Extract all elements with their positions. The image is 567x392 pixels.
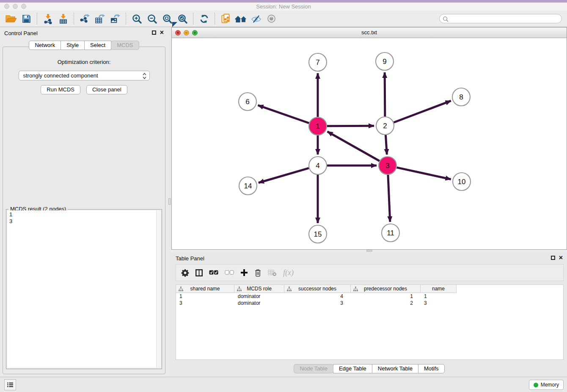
hierarchy-icon <box>353 287 358 291</box>
export-network-button[interactable] <box>77 11 92 26</box>
frame-minimize-button[interactable]: − <box>184 30 189 36</box>
cell-predecessor-nodes[interactable]: 2 <box>351 300 421 306</box>
export-table-button[interactable] <box>92 11 107 26</box>
home-icon <box>235 14 247 23</box>
zoom-out-button[interactable] <box>144 11 160 26</box>
mcds-result-list: 13 <box>7 210 161 225</box>
column-header-shared-name[interactable]: shared name <box>176 285 234 293</box>
zoom-window-button[interactable] <box>21 4 26 9</box>
zoom-in-button[interactable] <box>129 11 144 26</box>
cell-mcds-role[interactable]: dominator <box>234 293 284 300</box>
import-network-button[interactable] <box>40 11 55 26</box>
cell-shared-name[interactable]: 3 <box>176 300 234 306</box>
tab-edge-table[interactable]: Edge Table <box>333 364 372 373</box>
edge-3-10[interactable] <box>396 168 451 179</box>
task-history-button[interactable] <box>4 379 16 390</box>
toolbar-separator <box>37 13 37 25</box>
table-header-row: shared nameMCDS rolesuccessor nodesprede… <box>176 285 563 293</box>
vertical-splitter-grip[interactable] <box>168 198 171 205</box>
cell-successor-nodes[interactable]: 3 <box>284 300 351 306</box>
toolbar-separator <box>193 13 193 25</box>
tab-mcds[interactable]: MCDS <box>111 41 139 50</box>
column-header-successor-nodes[interactable]: successor nodes <box>284 285 351 293</box>
control-panel-title: Control Panel <box>0 27 168 36</box>
column-header-predecessor-nodes[interactable]: predecessor nodes <box>351 285 421 293</box>
import-table-button[interactable] <box>55 11 71 26</box>
tab-network[interactable]: Network <box>29 41 61 50</box>
cell-predecessor-nodes[interactable]: 1 <box>351 293 421 300</box>
cell-shared-name[interactable]: 1 <box>176 293 234 300</box>
run-mcds-button[interactable]: Run MCDS <box>41 85 80 94</box>
edge-3-11[interactable] <box>388 175 390 222</box>
select-all-button[interactable] <box>209 270 218 275</box>
save-button[interactable] <box>19 11 34 26</box>
application-window: Session: New Session <box>0 0 567 392</box>
status-bar: Memory <box>0 377 567 392</box>
clone-network-icon <box>221 14 230 24</box>
edge-2-3[interactable] <box>385 135 387 155</box>
edge-1-2[interactable] <box>327 126 374 126</box>
column-header-mcds-role[interactable]: MCDS role <box>234 285 284 293</box>
frame-maximize-button[interactable]: + <box>192 30 198 36</box>
table-panel-title: Table Panel <box>171 252 567 262</box>
search-field <box>439 14 562 23</box>
table-settings-button[interactable] <box>181 269 189 277</box>
apply-function-button[interactable]: f(x) <box>283 268 294 277</box>
cell-mcds-role[interactable]: dominator <box>234 300 284 306</box>
unselect-all-button[interactable] <box>225 270 234 275</box>
frame-close-button[interactable]: × <box>175 30 181 36</box>
show-button[interactable] <box>264 11 279 26</box>
open-folder-icon <box>6 14 17 23</box>
network-frame-title: scc.txt <box>172 28 567 38</box>
edge-2-8[interactable] <box>394 101 451 122</box>
tab-node-table[interactable]: Node Table <box>294 364 333 373</box>
search-input[interactable] <box>451 15 558 22</box>
memory-button[interactable]: Memory <box>529 380 564 390</box>
edge-1-6[interactable] <box>258 105 309 123</box>
home-button[interactable] <box>233 11 248 26</box>
mcds-result-item: 3 <box>9 218 161 225</box>
float-panel-icon[interactable] <box>551 256 555 260</box>
edge-4-14[interactable] <box>259 168 309 183</box>
horizontal-splitter-grip[interactable] <box>366 250 372 252</box>
column-header-name[interactable]: name <box>421 285 457 293</box>
add-column-button[interactable] <box>240 269 248 276</box>
close-panel-button[interactable]: Close panel <box>86 85 127 94</box>
criterion-dropdown-value: strongly connected component <box>23 72 98 79</box>
table-row[interactable]: 1dominator411 <box>176 293 563 300</box>
node-label-15: 15 <box>314 230 322 238</box>
edge-3-1[interactable] <box>328 132 380 161</box>
mcds-result-box: MCDS result (2 nodes) 13 <box>6 209 162 369</box>
delete-column-button[interactable] <box>254 269 261 277</box>
criterion-dropdown[interactable]: strongly connected component <box>19 71 150 80</box>
network-frame-titlebar[interactable]: × − + scc.txt <box>172 28 567 38</box>
close-panel-icon[interactable]: × <box>160 30 164 35</box>
cell-name[interactable]: 3 <box>421 300 457 306</box>
refresh-button[interactable] <box>196 11 212 26</box>
edge-2-9[interactable] <box>385 72 385 116</box>
tab-network-table[interactable]: Network Table <box>372 364 418 373</box>
hide-button[interactable] <box>248 11 264 26</box>
toggle-panel-split-button[interactable] <box>195 269 203 276</box>
tab-style[interactable]: Style <box>61 41 85 50</box>
clone-network-button[interactable] <box>218 11 233 26</box>
delete-table-button[interactable] <box>268 269 277 276</box>
minimize-window-button[interactable] <box>13 4 18 9</box>
close-panel-icon[interactable]: × <box>559 255 563 260</box>
tab-motifs[interactable]: Motifs <box>418 364 445 373</box>
table-row[interactable]: 3dominator323 <box>176 300 563 306</box>
export-image-button[interactable] <box>107 11 123 26</box>
float-panel-icon[interactable] <box>152 30 156 35</box>
cell-successor-nodes[interactable]: 4 <box>284 293 351 300</box>
cell-name[interactable]: 1 <box>421 293 457 300</box>
titlebar: Session: New Session <box>0 3 567 11</box>
tab-select[interactable]: Select <box>84 41 111 50</box>
table-panel: Table Panel × <box>171 252 567 377</box>
refresh-icon <box>199 14 209 24</box>
control-panel-header: Control Panel × <box>0 27 168 38</box>
network-canvas[interactable]: 7968124314101511 <box>172 38 567 249</box>
result-scrollbar[interactable] <box>156 210 161 368</box>
close-window-button[interactable] <box>4 4 9 9</box>
function-icon: f(x) <box>283 268 294 277</box>
open-folder-button[interactable] <box>3 11 19 26</box>
